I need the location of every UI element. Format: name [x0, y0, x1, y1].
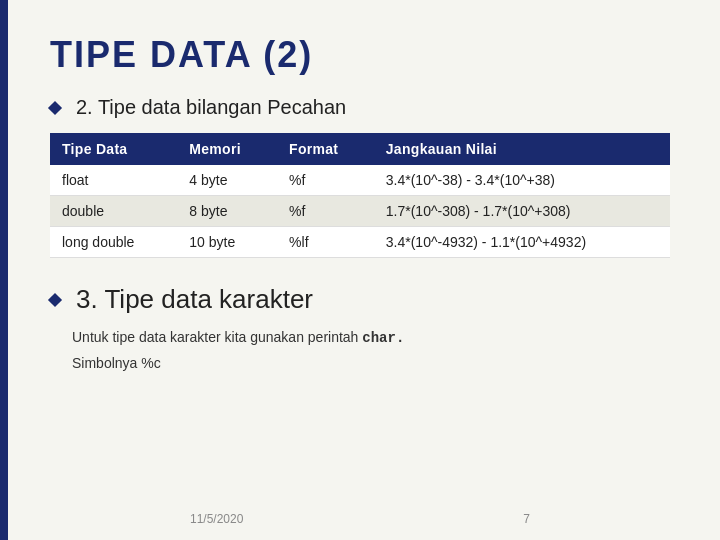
table-cell: 4 byte	[177, 165, 277, 196]
section3-line1-prefix: Untuk tipe data karakter kita gunakan pe…	[72, 329, 362, 345]
table-row: double8 byte%f1.7*(10^-308) - 1.7*(10^+3…	[50, 196, 670, 227]
col-header-jangkauan: Jangkauan Nilai	[374, 133, 670, 165]
table-cell: %lf	[277, 227, 374, 258]
table-cell: long double	[50, 227, 177, 258]
footer-date: 11/5/2020	[190, 512, 243, 526]
table-row: float4 byte%f3.4*(10^-38) - 3.4*(10^+38)	[50, 165, 670, 196]
section2-heading: 2. Tipe data bilangan Pecahan	[50, 96, 670, 119]
table-cell: 3.4*(10^-4932) - 1.1*(10^+4932)	[374, 227, 670, 258]
section3-body: Untuk tipe data karakter kita gunakan pe…	[72, 325, 670, 376]
data-table: Tipe Data Memori Format Jangkauan Nilai …	[50, 133, 670, 258]
table-cell: %f	[277, 196, 374, 227]
table-cell: 10 byte	[177, 227, 277, 258]
section3-container: 3. Tipe data karakter Untuk tipe data ka…	[50, 284, 670, 376]
footer-page: 7	[523, 512, 530, 526]
slide-title: TIPE DATA (2)	[50, 34, 670, 76]
table-cell: 8 byte	[177, 196, 277, 227]
bullet-diamond-icon	[48, 100, 62, 114]
col-header-memori: Memori	[177, 133, 277, 165]
table-cell: float	[50, 165, 177, 196]
col-header-format: Format	[277, 133, 374, 165]
table-cell: %f	[277, 165, 374, 196]
table-cell: 1.7*(10^-308) - 1.7*(10^+308)	[374, 196, 670, 227]
slide-footer: 11/5/2020 7	[0, 512, 720, 526]
table-header-row: Tipe Data Memori Format Jangkauan Nilai	[50, 133, 670, 165]
slide: TIPE DATA (2) 2. Tipe data bilangan Peca…	[0, 0, 720, 540]
table-row: long double10 byte%lf3.4*(10^-4932) - 1.…	[50, 227, 670, 258]
table-cell: double	[50, 196, 177, 227]
col-header-tipe: Tipe Data	[50, 133, 177, 165]
section3-line2: Simbolnya %c	[72, 351, 670, 376]
table-cell: 3.4*(10^-38) - 3.4*(10^+38)	[374, 165, 670, 196]
section3-heading: 3. Tipe data karakter	[50, 284, 670, 315]
section3-heading-text: 3. Tipe data karakter	[76, 284, 313, 315]
section3-line1-mono: char.	[362, 330, 404, 346]
bullet-diamond-2-icon	[48, 292, 62, 306]
section2-heading-text: 2. Tipe data bilangan Pecahan	[76, 96, 346, 119]
section3-line1: Untuk tipe data karakter kita gunakan pe…	[72, 325, 670, 351]
